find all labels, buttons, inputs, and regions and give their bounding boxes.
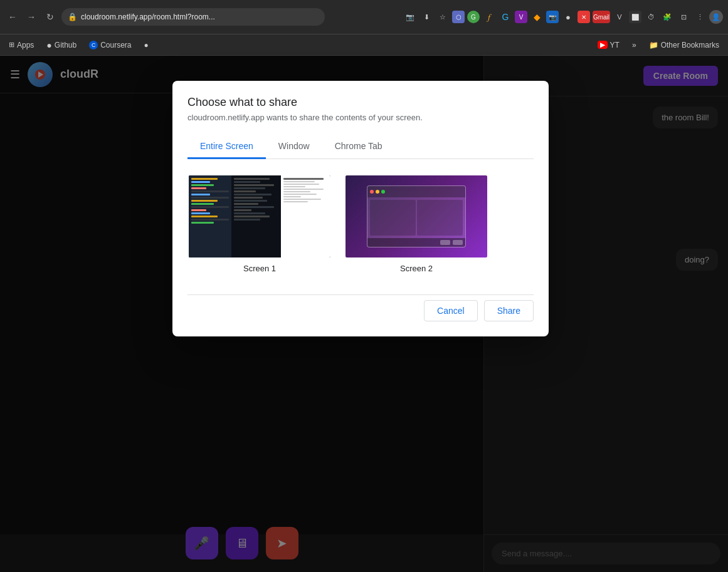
ext7-icon[interactable]: 📷 (546, 11, 559, 23)
github-icon: ● (46, 40, 51, 50)
text-line (234, 209, 251, 211)
text-line (283, 189, 324, 190)
screen-1-preview (189, 175, 330, 257)
bookmark-other-label: Other Bookmarks (661, 41, 719, 49)
modal-footer: Cancel Share (187, 294, 534, 321)
share-button[interactable]: Share (484, 300, 534, 321)
text-line (234, 197, 263, 199)
download-icon[interactable]: ⬇ (419, 10, 433, 24)
bookmark-yt[interactable]: ▶ YT (594, 39, 623, 51)
bookmark-extra[interactable]: ● (140, 39, 152, 51)
text-line (234, 200, 267, 202)
code-line (191, 216, 218, 217)
bookmark-other[interactable]: 📁 Other Bookmarks (645, 39, 723, 51)
tab-entire-screen[interactable]: Entire Screen (187, 135, 266, 159)
code-line (191, 187, 206, 189)
bookmark-coursera-label: Coursera (100, 41, 131, 49)
ext2-icon[interactable]: G (467, 11, 480, 23)
screen2-col-1 (370, 200, 416, 235)
text-line (283, 199, 321, 200)
ext1-icon[interactable]: ⬡ (452, 11, 465, 23)
modal-subtitle: cloudroom.netlify.app wants to share the… (187, 113, 534, 122)
screen-1-label: Screen 1 (243, 264, 276, 273)
code-line (191, 219, 229, 221)
apps-grid-icon: ⊞ (9, 41, 14, 49)
task-item (453, 240, 463, 245)
more-icon[interactable]: ⋮ (693, 10, 707, 24)
gmail-icon[interactable]: Gmail (593, 11, 610, 23)
code-sidebar (189, 175, 231, 257)
screen-options: Screen 1 (187, 169, 534, 294)
ext3-icon[interactable]: 𝑓 (482, 10, 496, 24)
minimize-dot (376, 190, 379, 194)
task-item (440, 240, 450, 245)
right-panel (281, 175, 330, 257)
ext9-icon[interactable]: ✕ (578, 11, 590, 23)
text-line (283, 191, 310, 192)
text-line (283, 178, 324, 180)
text-line (234, 206, 274, 208)
browser-chrome: ← → ↻ 🔒 cloudroom.netlify.app/room.html?… (0, 0, 728, 34)
ext12-icon[interactable]: ⏱ (644, 10, 658, 24)
url-text: cloudroom.netlify.app/room.html?room... (81, 13, 215, 21)
bookmarks-right: ▶ YT » 📁 Other Bookmarks (594, 39, 723, 51)
screen-1-thumbnail (187, 174, 332, 259)
bookmark-github-label: Github (55, 41, 76, 49)
bookmark-coursera[interactable]: C Coursera (85, 39, 135, 51)
code-line (191, 212, 210, 214)
text-line (234, 212, 265, 214)
code-line (191, 206, 229, 208)
bookmark-yt-label: YT (610, 41, 620, 49)
screen2-col-2 (417, 200, 463, 235)
maximize-dot (381, 190, 385, 194)
cancel-button[interactable]: Cancel (424, 300, 478, 321)
text-line (283, 184, 319, 185)
address-bar[interactable]: 🔒 cloudroom.netlify.app/room.html?room..… (61, 8, 325, 26)
bookmark-github[interactable]: ● Github (43, 39, 80, 51)
more-bookmarks-label: » (632, 41, 636, 49)
user-avatar[interactable]: 👤 (709, 10, 723, 24)
bookmark-more[interactable]: » (628, 39, 640, 51)
modal-tabs: Entire Screen Window Chrome Tab (187, 135, 534, 159)
ext10-icon[interactable]: V (613, 10, 626, 24)
text-line (234, 187, 265, 189)
text-line (283, 201, 308, 202)
bookmark-apps[interactable]: ⊞ Apps (5, 39, 38, 51)
tab-chrome-tab[interactable]: Chrome Tab (322, 135, 395, 159)
code-line (191, 209, 206, 211)
back-button[interactable]: ← (5, 9, 20, 24)
text-line (234, 219, 261, 221)
code-line (191, 222, 214, 224)
text-line (234, 181, 261, 183)
tab-window[interactable]: Window (266, 135, 322, 159)
text-line (234, 203, 258, 205)
modal-title: Choose what to share (187, 96, 534, 109)
modal-overlay: Choose what to share cloudroom.netlify.a… (0, 56, 728, 572)
ext8-icon[interactable]: ● (561, 10, 575, 24)
screen2-window (367, 185, 466, 247)
puzzle-icon[interactable]: 🧩 (660, 10, 674, 24)
ext4-icon[interactable]: G (499, 10, 512, 24)
screen-2-option[interactable]: Screen 2 (344, 174, 488, 282)
code-line (191, 184, 214, 186)
yt-icon: ▶ (598, 41, 608, 49)
screen-2-label: Screen 2 (400, 264, 433, 273)
ext11-icon[interactable]: ⬜ (629, 11, 641, 23)
code-line (191, 200, 218, 202)
code-line (191, 181, 210, 183)
ext6-icon[interactable]: ◆ (530, 10, 544, 24)
text-line (234, 194, 272, 195)
share-modal: Choose what to share cloudroom.netlify.a… (172, 81, 549, 336)
text-line (283, 186, 306, 187)
split-icon[interactable]: ⊡ (677, 10, 690, 24)
video-icon[interactable]: 📷 (403, 10, 417, 24)
text-line (234, 216, 270, 217)
code-line (191, 194, 210, 195)
coursera-icon: C (89, 41, 98, 49)
screen-1-option[interactable]: Screen 1 (187, 174, 332, 282)
star-icon[interactable]: ☆ (436, 10, 450, 24)
reload-button[interactable]: ↻ (43, 9, 58, 24)
forward-button[interactable]: → (24, 9, 39, 24)
ext5-icon[interactable]: V (515, 11, 527, 23)
code-line (191, 197, 229, 199)
